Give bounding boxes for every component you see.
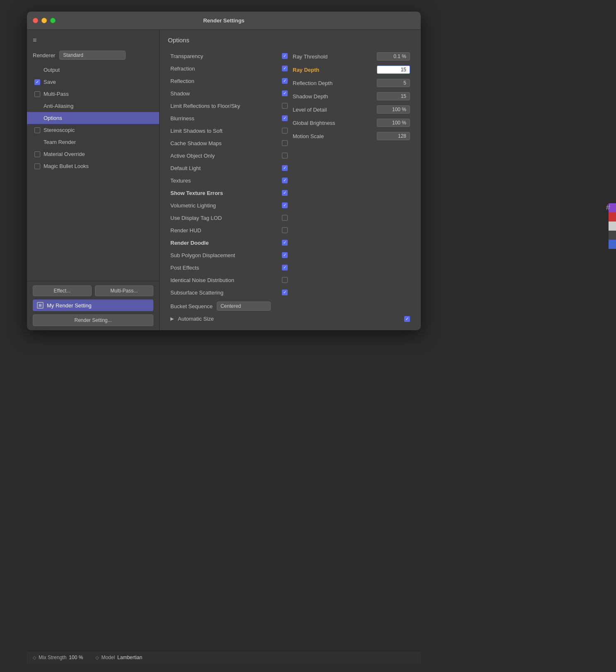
option-row-15: Render Doodle	[168, 237, 290, 248]
option-checkbox-17[interactable]	[282, 265, 288, 270]
effect-button[interactable]: Effect...	[33, 285, 92, 296]
right-option-field-2[interactable]	[377, 79, 410, 87]
option-label-12: Volumetric Lighting	[170, 202, 279, 209]
right-option-label-3: Shadow Depth	[293, 93, 373, 100]
right-option-field-4[interactable]	[377, 105, 410, 114]
sidebar-item-output[interactable]: Output	[27, 64, 159, 76]
close-button[interactable]	[33, 18, 38, 23]
sidebar-footer: Effect... Multi-Pass... ⊞ My Render Sett…	[27, 281, 159, 330]
option-label-14: Render HUD	[170, 227, 279, 234]
renderer-select[interactable]: Standard	[59, 51, 126, 60]
option-row-19: Subsurface Scattering	[168, 287, 290, 298]
checkbox-multi-pass[interactable]	[34, 91, 40, 97]
option-checkbox-6[interactable]	[282, 128, 288, 134]
option-checkbox-2[interactable]	[282, 78, 288, 84]
nav-item-label-multi-pass: Multi-Pass	[44, 91, 69, 97]
option-checkbox-1[interactable]	[282, 66, 288, 71]
option-checkbox-13[interactable]	[282, 215, 288, 221]
sidebar-item-team-render[interactable]: Team Render	[27, 136, 159, 148]
auto-size-checkbox[interactable]	[404, 316, 410, 322]
sidebar-item-magic-bullet-looks[interactable]: Magic Bullet Looks	[27, 160, 159, 172]
swatch-red	[609, 212, 616, 222]
right-option-field-3[interactable]	[377, 92, 410, 100]
checkbox-material-override[interactable]	[34, 151, 40, 157]
render-setting-item[interactable]: ⊞ My Render Setting	[33, 299, 153, 311]
option-checkbox-19[interactable]	[282, 290, 288, 295]
render-setting-icon: ⊞	[37, 302, 44, 309]
option-label-9: Default Light	[170, 165, 279, 171]
sidebar-item-stereoscopic[interactable]: Stereoscopic	[27, 124, 159, 136]
traffic-lights	[33, 18, 56, 23]
bucket-sequence-select[interactable]: Centered	[217, 302, 271, 311]
sidebar-buttons: Effect... Multi-Pass...	[33, 285, 153, 296]
option-label-11: Show Texture Errors	[170, 190, 279, 196]
option-checkbox-0[interactable]	[282, 53, 288, 59]
option-checkbox-16[interactable]	[282, 252, 288, 258]
option-label-5: Blurriness	[170, 115, 279, 122]
option-row-18: Identical Noise Distribution	[168, 274, 290, 286]
render-setting-footer-button[interactable]: Render Setting...	[33, 314, 153, 326]
model-item: ◇ Model Lambertian	[95, 655, 142, 660]
sidebar-item-material-override[interactable]: Material Override	[27, 148, 159, 160]
option-checkbox-8[interactable]	[282, 153, 288, 158]
right-option-field-6[interactable]	[377, 132, 410, 140]
option-row-13: Use Display Tag LOD	[168, 212, 290, 224]
option-checkbox-3[interactable]	[282, 90, 288, 96]
option-checkbox-11[interactable]	[282, 190, 288, 196]
checkbox-magic-bullet-looks[interactable]	[34, 163, 40, 169]
mix-strength-label: Mix Strength	[39, 655, 66, 660]
right-option-row-0: Ray Threshold	[290, 50, 412, 63]
sidebar: ≡ Renderer Standard OutputSaveMulti-Pass…	[27, 30, 160, 330]
right-option-field-1[interactable]	[377, 66, 410, 74]
render-settings-window: Render Settings ≡ Renderer Standard Outp…	[27, 12, 421, 330]
checkbox-save[interactable]	[34, 79, 40, 85]
right-option-field-0[interactable]	[377, 52, 410, 61]
window-title: Render Settings	[203, 17, 245, 24]
option-label-18: Identical Noise Distribution	[170, 277, 279, 283]
option-checkbox-7[interactable]	[282, 140, 288, 146]
option-checkbox-12[interactable]	[282, 202, 288, 208]
option-checkbox-9[interactable]	[282, 165, 288, 171]
right-option-label-2: Reflection Depth	[293, 80, 373, 86]
option-label-13: Use Display Tag LOD	[170, 215, 279, 221]
option-row-6: Limit Shadows to Soft	[168, 125, 290, 136]
hamburger-icon[interactable]: ≡	[27, 34, 159, 48]
option-checkbox-4[interactable]	[282, 103, 288, 109]
renderer-row: Renderer Standard	[27, 48, 159, 64]
right-option-row-5: Global Brightness	[290, 117, 412, 129]
option-row-12: Volumetric Lighting	[168, 200, 290, 211]
option-checkbox-10[interactable]	[282, 178, 288, 183]
option-row-5: Blurriness	[168, 112, 290, 124]
nav-item-label-magic-bullet-looks: Magic Bullet Looks	[44, 163, 89, 169]
right-option-row-1: Ray Depth	[290, 63, 412, 76]
option-checkbox-15[interactable]	[282, 240, 288, 246]
sidebar-item-save[interactable]: Save	[27, 76, 159, 88]
nav-item-label-team-render: Team Render	[44, 139, 76, 145]
option-row-1: Refraction	[168, 63, 290, 74]
checkbox-stereoscopic[interactable]	[34, 127, 40, 133]
option-row-8: Active Object Only	[168, 150, 290, 161]
sidebar-item-anti-aliasing[interactable]: Anti-Aliasing	[27, 100, 159, 112]
minimize-button[interactable]	[41, 18, 47, 23]
option-checkbox-5[interactable]	[282, 115, 288, 121]
options-title: Options	[168, 37, 412, 44]
option-checkbox-18[interactable]	[282, 277, 288, 283]
option-label-3: Shadow	[170, 90, 279, 97]
hashtag-icon: #	[606, 203, 610, 212]
right-option-row-6: Motion Scale	[290, 130, 412, 142]
option-label-19: Subsurface Scattering	[170, 290, 279, 296]
right-option-row-3: Shadow Depth	[290, 90, 412, 102]
option-row-17: Post Effects	[168, 262, 290, 273]
option-label-1: Refraction	[170, 66, 279, 72]
sidebar-item-multi-pass[interactable]: Multi-Pass	[27, 88, 159, 100]
multi-pass-button[interactable]: Multi-Pass...	[95, 285, 154, 296]
right-option-label-4: Level of Detail	[293, 107, 373, 113]
option-checkbox-14[interactable]	[282, 227, 288, 233]
left-column: TransparencyRefractionReflectionShadowLi…	[168, 50, 290, 298]
bucket-sequence-label: Bucket Sequence	[170, 303, 213, 309]
sidebar-item-options[interactable]: Options	[27, 112, 159, 124]
swatch-blue	[609, 240, 616, 249]
maximize-button[interactable]	[50, 18, 56, 23]
nav-items: OutputSaveMulti-PassAnti-AliasingOptions…	[27, 64, 159, 281]
right-option-field-5[interactable]	[377, 119, 410, 127]
